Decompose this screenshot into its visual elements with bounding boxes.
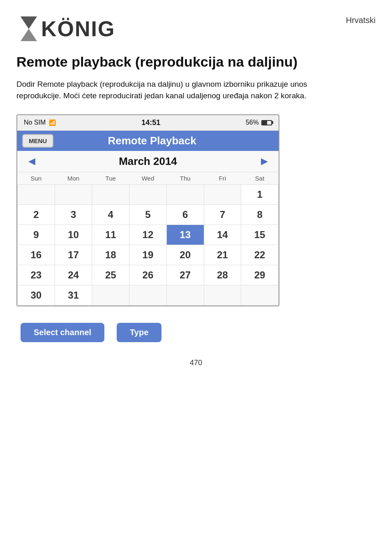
phone-frame: No SIM 📶 14:51 56% MENU Remote Playback … (16, 114, 279, 306)
description-text: Dodir Remote playback (reprodukcija na d… (16, 79, 345, 102)
day-header-wed: Wed (129, 172, 167, 185)
calendar-month-year: March 2014 (119, 155, 177, 168)
calendar-day (92, 184, 129, 204)
calendar-week-4: 16171819202122 (18, 245, 279, 265)
page-number: 470 (16, 359, 376, 367)
calendar-day[interactable]: 5 (129, 204, 167, 225)
calendar-day[interactable]: 16 (18, 245, 55, 265)
status-time: 14:51 (141, 118, 160, 127)
day-header-sun: Sun (18, 172, 55, 185)
day-header-fri: Fri (204, 172, 241, 185)
calendar-day[interactable]: 24 (55, 265, 92, 285)
calendar-day[interactable]: 23 (18, 265, 55, 285)
calendar-header: ◀ March 2014 ▶ (17, 151, 279, 172)
calendar-day[interactable]: 12 (129, 225, 167, 245)
calendar-day (166, 184, 204, 204)
status-bar: No SIM 📶 14:51 56% (17, 115, 279, 131)
calendar-day[interactable]: 26 (129, 265, 167, 285)
calendar-day (241, 285, 279, 305)
calendar-day[interactable]: 21 (204, 245, 241, 265)
calendar-day[interactable]: 27 (166, 265, 204, 285)
calendar-week-2: 2345678 (18, 204, 279, 225)
calendar-day[interactable]: 22 (241, 245, 279, 265)
calendar-day[interactable]: 28 (204, 265, 241, 285)
day-header-thu: Thu (166, 172, 204, 185)
calendar-day[interactable]: 4 (92, 204, 129, 225)
language-label: Hrvatski (346, 16, 376, 25)
calendar-day[interactable]: 11 (92, 225, 129, 245)
select-channel-button[interactable]: Select channel (21, 323, 104, 342)
main-content: Remote playback (reprodukcija na daljinu… (0, 49, 392, 384)
logo: KÖNIG (16, 12, 115, 45)
calendar-day (166, 285, 204, 305)
header: KÖNIG Hrvatski (0, 0, 392, 49)
battery-fill (262, 121, 267, 125)
calendar-day[interactable]: 20 (166, 245, 204, 265)
calendar-grid: Sun Mon Tue Wed Thu Fri Sat 123456789101… (17, 172, 279, 306)
calendar-day[interactable]: 9 (18, 225, 55, 245)
page-title: Remote playback (reprodukcija na daljinu… (16, 53, 376, 70)
calendar-day[interactable]: 1 (241, 184, 279, 204)
calendar-day[interactable]: 7 (204, 204, 241, 225)
menu-button[interactable]: MENU (22, 134, 53, 148)
calendar-day[interactable]: 18 (92, 245, 129, 265)
calendar-day[interactable]: 15 (241, 225, 279, 245)
calendar-day[interactable]: 31 (55, 285, 92, 305)
calendar-day[interactable]: 25 (92, 265, 129, 285)
day-header-tue: Tue (92, 172, 129, 185)
calendar-day-headers: Sun Mon Tue Wed Thu Fri Sat (18, 172, 279, 185)
calendar-day (204, 184, 241, 204)
calendar-day (92, 285, 129, 305)
status-right: 56% (246, 119, 272, 126)
calendar-day (55, 184, 92, 204)
status-left: No SIM 📶 (24, 119, 56, 126)
day-header-sat: Sat (241, 172, 279, 185)
calendar-day[interactable]: 13 (166, 225, 204, 245)
day-header-mon: Mon (55, 172, 92, 185)
carrier-label: No SIM (24, 119, 46, 126)
calendar-day[interactable]: 29 (241, 265, 279, 285)
calendar-day[interactable]: 30 (18, 285, 55, 305)
calendar-day[interactable]: 14 (204, 225, 241, 245)
type-button[interactable]: Type (117, 323, 161, 342)
calendar-day (129, 184, 167, 204)
calendar-day[interactable]: 3 (55, 204, 92, 225)
calendar: ◀ March 2014 ▶ Sun Mon Tue Wed Thu Fri S… (17, 151, 279, 306)
calendar-week-6: 3031 (18, 285, 279, 305)
nav-title: Remote Playback (58, 134, 279, 147)
calendar-day[interactable]: 2 (18, 204, 55, 225)
calendar-week-1: 1 (18, 184, 279, 204)
battery-icon (261, 120, 272, 125)
battery-percent: 56% (246, 119, 259, 126)
calendar-week-3: 9101112131415 (18, 225, 279, 245)
calendar-day[interactable]: 19 (129, 245, 167, 265)
svg-text:KÖNIG: KÖNIG (41, 17, 115, 41)
calendar-day[interactable]: 10 (55, 225, 92, 245)
prev-month-button[interactable]: ◀ (25, 156, 38, 167)
calendar-day (18, 184, 55, 204)
calendar-day[interactable]: 6 (166, 204, 204, 225)
wifi-icon: 📶 (49, 119, 56, 126)
calendar-day (129, 285, 167, 305)
calendar-week-5: 23242526272829 (18, 265, 279, 285)
calendar-body: 1234567891011121314151617181920212223242… (18, 184, 279, 305)
nav-bar: MENU Remote Playback (17, 131, 279, 151)
buttons-area: Select channel Type (16, 323, 376, 342)
konig-logo: KÖNIG (16, 12, 115, 45)
next-month-button[interactable]: ▶ (258, 156, 270, 167)
calendar-day[interactable]: 17 (55, 245, 92, 265)
calendar-day (204, 285, 241, 305)
calendar-day[interactable]: 8 (241, 204, 279, 225)
svg-marker-1 (21, 16, 37, 29)
